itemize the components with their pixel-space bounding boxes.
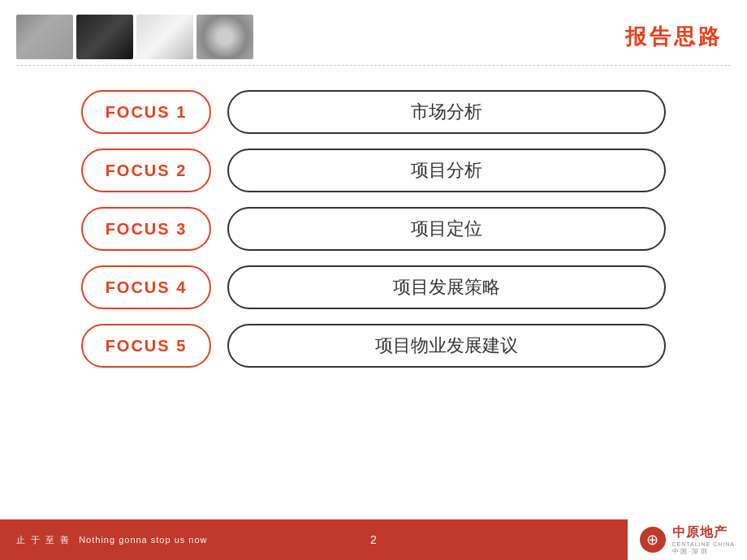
footer-page-number: 2 (370, 533, 377, 546)
focus-content-4: 项目发展策略 (227, 265, 666, 309)
focus-row-3: FOCUS 3 项目定位 (81, 207, 666, 251)
logo-sub: 中 国 · 深 圳 (672, 547, 707, 556)
focus-content-1: 市场分析 (227, 90, 666, 134)
header-image-3 (136, 15, 193, 59)
focus-label-5: FOCUS 5 (81, 324, 211, 368)
header-image-4 (196, 15, 253, 59)
focus-label-2: FOCUS 2 (81, 149, 211, 192)
logo-text: 中原地产 CENTALINE CHINA 中 国 · 深 圳 (672, 524, 736, 556)
header-images (16, 15, 253, 59)
footer-slogan-en: Nothing gonna stop us now (79, 535, 207, 545)
focus-row-4: FOCUS 4 项目发展策略 (81, 265, 666, 309)
focus-content-3: 项目定位 (227, 207, 666, 251)
footer-slogan-cn: 止 于 至 善 (16, 534, 71, 546)
footer: 止 于 至 善 Nothing gonna stop us now 2 中原地产… (0, 519, 747, 560)
focus-label-3: FOCUS 3 (81, 207, 211, 251)
header-image-2 (76, 15, 133, 59)
focus-content-5: 项目物业发展建议 (227, 324, 666, 368)
focus-label-1: FOCUS 1 (81, 90, 211, 134)
logo-icon (640, 527, 666, 553)
focus-label-4: FOCUS 4 (81, 265, 211, 309)
focus-row-2: FOCUS 2 项目分析 (81, 149, 666, 192)
footer-logo: 中原地产 CENTALINE CHINA 中 国 · 深 圳 (628, 519, 748, 560)
footer-left: 止 于 至 善 Nothing gonna stop us now (16, 534, 208, 546)
focus-row-5: FOCUS 5 项目物业发展建议 (81, 324, 666, 368)
main-content: FOCUS 1 市场分析 FOCUS 2 项目分析 FOCUS 3 项目定位 F… (0, 66, 747, 392)
header-image-1 (16, 15, 73, 59)
logo-en: CENTALINE CHINA (672, 541, 736, 547)
page-title: 报告思路 (625, 23, 723, 51)
header: 报告思路 (0, 0, 747, 65)
logo-cn: 中原地产 (672, 524, 728, 541)
focus-content-2: 项目分析 (227, 149, 666, 192)
focus-row-1: FOCUS 1 市场分析 (81, 90, 666, 134)
